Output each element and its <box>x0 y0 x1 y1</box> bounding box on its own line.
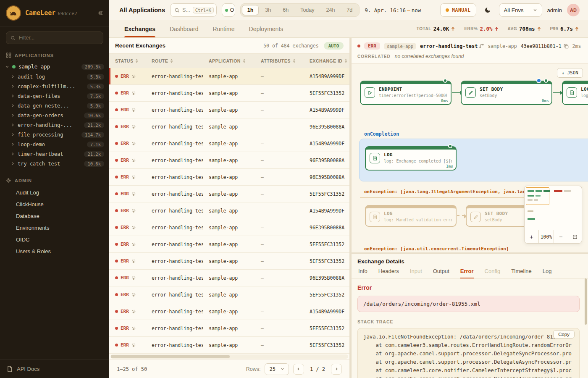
exchange-row[interactable]: ERR error-handling-test sample-app — 5EF… <box>109 253 349 270</box>
exchange-row[interactable]: ERR error-handling-test sample-app — 5EF… <box>109 337 349 354</box>
flow-node-completion-log[interactable]: LOGlog: Exchange completed [${exchan 1ms <box>365 146 457 171</box>
main-tab[interactable]: Dashboard <box>170 20 199 37</box>
manual-refresh-button[interactable]: MANUAL <box>440 3 476 17</box>
flow-canvas[interactable]: ↓ JSON ENDPOINTtimer:errorTest?period=50… <box>352 64 588 252</box>
exchange-id-cell: A154B9A999DF <box>304 74 349 79</box>
main-tab[interactable]: Deployments <box>249 20 284 37</box>
exchange-row[interactable]: ERR error-handling-test sample-app — 96E… <box>109 118 349 135</box>
details-tab[interactable]: Input <box>410 267 422 278</box>
time-range-button[interactable]: Today <box>295 5 320 15</box>
sidebar-route-item[interactable]: data-gen-neste... 5.9k <box>0 101 109 110</box>
application-cell: sample-app <box>203 225 255 231</box>
exchange-row[interactable]: ERR error-handling-test sample-app — 5EF… <box>109 320 349 337</box>
flow-node-endpoint[interactable]: ENDPOINTtimer:errorTest?period=5000&dela… <box>360 81 452 105</box>
stack-trace-line: at com.cameleer3.sample.routes.ErrorHand… <box>363 341 574 350</box>
time-range-button[interactable]: 1h <box>242 5 259 15</box>
time-range-button[interactable]: 3h <box>260 5 276 15</box>
sidebar-route-item[interactable]: error-handling-... 21.2k <box>0 120 109 130</box>
main-tab[interactable]: Runtime <box>213 20 234 37</box>
exchange-row[interactable]: ERR error-handling-test sample-app — 96E… <box>109 169 349 186</box>
column-header[interactable]: EXCHANGE ID <box>304 58 349 63</box>
column-header[interactable]: ROUTE <box>146 58 203 63</box>
zoom-fit-icon[interactable] <box>568 230 582 243</box>
exchange-row[interactable]: ERR error-handling-test sample-app — 96E… <box>109 152 349 169</box>
stack-trace-code[interactable]: java.io.FileNotFoundException: /data/ord… <box>357 328 580 378</box>
collapse-sidebar-icon[interactable] <box>97 10 103 16</box>
admin-menu-item[interactable]: OIDC <box>0 234 109 245</box>
previous-page-button[interactable] <box>293 364 304 375</box>
sidebar-app-sample-app[interactable]: sample app 209.3k <box>0 61 109 72</box>
table-horizontal-scrollbar[interactable] <box>110 354 348 359</box>
copy-button[interactable]: Copy <box>553 330 575 339</box>
avatar[interactable]: AD <box>567 4 580 16</box>
route-name[interactable]: error-handling-test <box>420 43 484 49</box>
time-range-button[interactable]: 6h <box>277 5 294 15</box>
sidebar-route-item[interactable]: timer-heartbeat 21.2k <box>0 149 109 159</box>
sidebar-route-item[interactable]: try-catch-test 10.6k <box>0 159 109 168</box>
admin-menu-item[interactable]: Users & Roles <box>0 245 109 257</box>
api-docs-link[interactable]: API Docs <box>0 360 109 378</box>
column-header[interactable]: APPLICATION <box>203 58 255 63</box>
details-tab[interactable]: Output <box>433 267 449 278</box>
trace-paw-icon <box>131 293 136 297</box>
environment-select[interactable]: All Envs <box>499 3 542 17</box>
flow-node-log[interactable]: LOGlog: Sta <box>562 81 588 105</box>
zoom-in-button[interactable]: + <box>525 230 539 243</box>
sidebar-filter[interactable] <box>6 32 103 44</box>
exchange-row[interactable]: ERR error-handling-test sample-app — A15… <box>109 102 349 118</box>
flow-node-setbody[interactable]: SET BODYsetBody 0ms <box>461 81 552 105</box>
sidebar-route-item[interactable]: loop-demo 7.1k <box>0 139 109 149</box>
exchange-row[interactable]: ERR error-handling-test sample-app — A15… <box>109 135 349 152</box>
download-json-button[interactable]: ↓ JSON <box>557 68 583 78</box>
date-range[interactable]: 9. Apr. 16:16–now <box>365 7 421 13</box>
auto-refresh-badge[interactable]: AUTO <box>324 42 344 50</box>
exchange-row[interactable]: ERR error-handling-test sample-app — 5EF… <box>109 186 349 202</box>
admin-menu-item[interactable]: ClickHouse <box>0 198 109 210</box>
exchange-row[interactable]: ERR error-handling-test sample-app — A15… <box>109 303 349 320</box>
sidebar-route-item[interactable]: data-gen-orders 10.6k <box>0 110 109 120</box>
admin-menu-item[interactable]: Environments <box>0 222 109 234</box>
sidebar-route-item[interactable]: audit-log 5.3k <box>0 72 109 81</box>
copy-icon[interactable] <box>564 44 569 49</box>
details-tab[interactable]: Timeline <box>511 267 532 278</box>
only-errors-toggle[interactable]: O <box>222 3 235 17</box>
details-tab[interactable]: Headers <box>378 267 399 278</box>
status-text: ERR <box>121 326 129 331</box>
column-header[interactable]: STATUS <box>109 58 146 63</box>
exchange-row[interactable]: ERR error-handling-test sample-app — A15… <box>109 202 349 219</box>
rows-per-page-select[interactable]: 25 <box>265 363 289 375</box>
flow-minimap[interactable]: + 100% − <box>524 186 582 244</box>
zoom-out-button[interactable]: − <box>554 230 568 243</box>
admin-menu-item[interactable]: Database <box>0 210 109 222</box>
dark-mode-toggle[interactable] <box>481 4 494 16</box>
details-tab[interactable]: Error <box>460 267 474 278</box>
time-range-button[interactable]: 7d <box>341 5 358 15</box>
exchange-row[interactable]: ERR error-handling-test sample-app — 5EF… <box>109 85 349 102</box>
main-tab[interactable]: Exchanges <box>124 20 155 37</box>
sidebar-route-item[interactable]: file-processing 114.7k <box>0 130 109 139</box>
sidebar-route-item[interactable]: complex-fulfillm... 5.3k <box>0 81 109 91</box>
admin-menu-item[interactable]: Audit Log <box>0 186 109 198</box>
log-icon <box>567 87 577 98</box>
time-range-button[interactable]: 24h <box>321 5 341 15</box>
details-tab[interactable]: Log <box>543 267 552 278</box>
next-page-button[interactable] <box>331 364 342 375</box>
details-tab[interactable]: Info <box>358 267 368 278</box>
sidebar-route-item[interactable]: data-gen-files 7.5k <box>0 91 109 101</box>
details-scrollbar-thumb[interactable] <box>585 278 587 325</box>
status-text: ERR <box>121 208 129 213</box>
exchange-row[interactable]: ERR error-handling-test sample-app — 5EF… <box>109 286 349 303</box>
details-tab[interactable]: Config <box>485 267 501 278</box>
filter-input[interactable] <box>19 35 99 41</box>
exchange-row[interactable]: ERR error-handling-test sample-app — 96E… <box>109 219 349 236</box>
route-count-badge: 114.7k <box>81 132 104 138</box>
status-cell: ERR <box>109 309 146 314</box>
route-name: file-processing <box>18 132 63 138</box>
exchange-row[interactable]: ERR error-handling-test sample-app — 96E… <box>109 270 349 286</box>
exchange-row[interactable]: ERR error-handling-test sample-app — A15… <box>109 68 349 85</box>
flow-node-exception-log[interactable]: LOGlog: Handled validation error: ${exce <box>365 205 457 227</box>
scrollbar-thumb[interactable] <box>111 355 230 358</box>
search-box[interactable]: S... Ctrl+K <box>170 3 217 17</box>
exchange-row[interactable]: ERR error-handling-test sample-app — 5EF… <box>109 236 349 253</box>
column-header[interactable]: ATTRIBUTES <box>255 58 304 63</box>
